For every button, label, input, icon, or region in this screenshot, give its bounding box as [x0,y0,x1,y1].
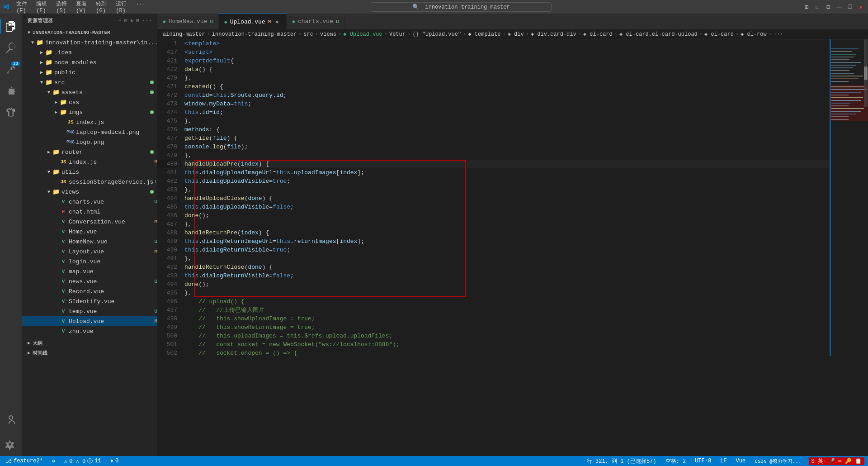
new-folder-icon[interactable]: ⊡ [124,18,127,24]
breadcrumb-part[interactable]: Vetur [389,31,406,38]
tree-item-login[interactable]: ▶ V login.vue [22,257,157,266]
line-ending-info[interactable]: LF [718,458,728,464]
tree-item-upload[interactable]: ▶ V Upload.vue M [22,316,157,326]
more-icon[interactable]: ··· [142,18,152,24]
breadcrumb-part[interactable]: ◈ el-card [583,31,613,38]
layout-btn3[interactable]: ⊟ [825,3,832,10]
language-info[interactable]: Vue [734,458,748,464]
encoding-info[interactable]: UTF-8 [693,458,713,464]
menu-edit[interactable]: 编辑(E) [33,0,52,15]
cursor-position[interactable]: 行 321, 列 1 (已选择57) [585,457,658,465]
layout-btn1[interactable]: ⊞ [803,3,810,10]
tree-item-charts[interactable]: ▶ V charts.vue U [22,197,157,207]
breadcrumb-part[interactable]: innovation-training-master [212,31,297,38]
tree-item-home[interactable]: ▶ V Home.vue [22,227,157,237]
breadcrumb-template[interactable]: ◆ template [468,31,500,38]
search-bar[interactable]: 🔍 innovation-training-master [371,2,552,12]
tab-charts[interactable]: ◆ charts.vue U [287,14,344,29]
tree-item-layout[interactable]: ▶ V Layout.vue M [22,247,157,257]
code-line: this.dialogReturnVisible = false; [183,271,830,280]
activity-account[interactable] [0,409,22,431]
activity-search[interactable] [0,37,22,59]
svg-rect-2 [831,48,859,49]
tree-item-chat[interactable]: ▶ H chat.html [22,207,157,217]
tree-item-router-index[interactable]: ▶ JS index.js M [22,157,157,167]
tab-upload[interactable]: ◆ Upload.vue M ✕ [219,14,287,29]
tree-item-idea[interactable]: ▶ 📁 .idea [22,48,157,57]
tree-item-map[interactable]: ▶ V map.vue [22,266,157,276]
port-indicator[interactable]: ♦ 0 [108,458,120,464]
tree-root[interactable]: ▼ INNOVATION-TRAINING-MASTER [22,28,157,38]
breadcrumb-part[interactable]: ◆ Upload.vue [343,31,382,38]
tree-item-conversation[interactable]: ▶ V Conversation.vue M [22,217,157,227]
tree-item-assets[interactable]: ▼ 📁 assets [22,87,157,97]
menu-more[interactable]: ... [133,0,148,15]
code-line: // upload() { [183,297,830,306]
menu-view[interactable]: 查看(V) [73,0,92,15]
refresh-icon[interactable]: ↻ [130,18,133,24]
activity-scm[interactable]: 23 [0,59,22,81]
tree-item-index-js[interactable]: ▶ JS index.js [22,117,157,127]
menu-select[interactable]: 选择(S) [53,0,72,15]
indent-info[interactable]: 空格: 2 [664,457,688,465]
menu-file[interactable]: 文件(F) [14,0,33,15]
tree-item-homenew[interactable]: ▶ V HomeNew.vue U [22,237,157,247]
tree-item-views[interactable]: ▼ 📁 views [22,187,157,197]
tree-item-utils[interactable]: ▼ 📁 utils [22,167,157,177]
breadcrumb-part[interactable]: ··· [774,31,783,38]
tab-close-btn[interactable]: ✕ [274,18,281,25]
breadcrumb-part[interactable]: aining-master [163,31,205,38]
tree-section-timeline[interactable]: ▶ 时间线 [22,348,157,358]
sync-icon: ⊙ [52,458,55,465]
tree-item-imgs[interactable]: ▶ 📁 imgs [22,107,157,117]
tree-section-outline[interactable]: ▶ 大纲 [22,338,157,348]
branch-indicator[interactable]: ⎇ feature2* [4,458,45,465]
breadcrumb-part[interactable]: ◈ div.card-div [531,31,576,38]
breadcrumb-part[interactable]: ◈ el-card [704,31,734,38]
breadcrumb-part[interactable]: ◈ el-card.el-card-upload [619,31,698,38]
tree-item-temp[interactable]: ▶ V temp.vue U [22,306,157,316]
item-label: .idea [54,49,157,56]
tree-item-main-folder[interactable]: ▼ 📁 innovation-training-master\in... [22,38,157,48]
breadcrumb-part[interactable]: {} "Upload.vue" [412,31,461,38]
folder-icon: 📁 [52,148,60,156]
activity-explorer[interactable] [0,15,22,37]
tree-item-news[interactable]: ▶ V news.vue U [22,276,157,286]
code-editor[interactable]: <template> <script> export default { dat… [181,39,830,456]
tree-item-src[interactable]: ▼ 📁 src [22,77,157,87]
activity-debug[interactable] [0,81,22,102]
tree-item-laptop-png[interactable]: ▶ PNG laptop-medical.png [22,127,157,137]
errors-warnings[interactable]: ⚠ 0 △ 0 ⓘ 11 [62,457,103,465]
breadcrumb-part[interactable]: views [320,31,336,38]
activity-settings[interactable] [0,434,22,456]
menu-goto[interactable]: 转到(G) [93,0,112,15]
svg-rect-11 [831,73,854,74]
maximize-btn[interactable]: □ [846,3,854,10]
minimize-btn[interactable]: — [835,3,843,10]
tab-homenew[interactable]: ◆ HomeNew.vue U [157,14,219,29]
tree-item-zhu[interactable]: ▶ V zhu.vue [22,326,157,336]
menu-run[interactable]: 运行(R) [113,0,132,15]
collapse-icon[interactable]: ⊟ [137,18,140,24]
tree-item-logo-png[interactable]: ▶ PNG logo.png [22,137,157,147]
sidebar-header-icons: + ⊡ ↻ ⊟ ··· [118,18,152,24]
tree-item-sidentify[interactable]: ▶ V SIdentify.vue [22,296,157,306]
breadcrumb-part[interactable]: ◈ div [508,31,524,38]
breadcrumb-part[interactable]: ◈ el-row [741,31,767,38]
layout-btn2[interactable]: ☐ [814,3,821,10]
tree-item-record[interactable]: ▶ V Record.vue [22,286,157,296]
sidebar-title: 资源管理器 [27,17,53,24]
tree-item-session-storage[interactable]: ▶ JS sessionStorageService.js U [22,177,157,187]
breadcrumb-part[interactable]: src [303,31,313,38]
sync-button[interactable]: ⊙ [50,458,57,465]
csdn-info[interactable]: CSDN @努力学习... [753,458,803,465]
code-line: const id = this.$route.query.id; [183,91,830,100]
close-btn[interactable]: ✕ [857,3,864,10]
tree-item-public[interactable]: ▶ 📁 public [22,67,157,77]
activity-extensions[interactable] [0,102,22,124]
ime-indicator[interactable]: S 英· 🎤 ⌨ 🔑 📋 [809,457,864,465]
new-file-icon[interactable]: + [118,18,122,24]
tree-item-css[interactable]: ▶ 📁 css [22,97,157,107]
tree-item-node-modules[interactable]: ▶ 📁 node_modules [22,57,157,67]
tree-item-router[interactable]: ▶ 📁 router [22,147,157,157]
